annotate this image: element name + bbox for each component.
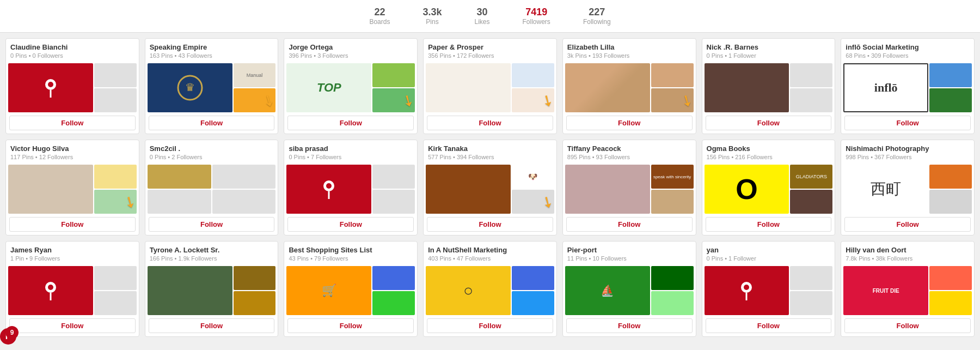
follow-button[interactable]: Follow [706,318,832,333]
follower-card: Nishimachi Photography 998 Pins • 367 Fo… [841,140,975,236]
card-header: Jorge Ortega 396 Pins • 3 Followers [284,39,417,63]
card-header: Tiffany Peacock 895 Pins • 93 Followers [563,140,696,165]
follower-card: Kirk Tanaka 577 Pins • 394 Followers 🐶 ➘… [423,140,557,236]
follower-card: Best Shopping Sites List 43 Pins • 79 Fo… [284,241,418,337]
followers-count: 7419 [525,7,547,18]
card-images [6,63,139,112]
svg-point-7 [326,183,332,189]
card-follow: Follow [424,315,556,336]
follow-button[interactable]: Follow [427,318,553,333]
stat-following[interactable]: 227 Following [583,7,611,26]
stat-boards[interactable]: 22 Boards [369,7,390,26]
follow-button[interactable]: Follow [9,116,136,130]
card-meta: 0 Pins • 1 Follower [707,255,831,262]
follow-button[interactable]: Follow [706,217,832,232]
card-images: ⛵ [563,266,696,315]
follower-card: In A NutShell Marketing 403 Pins • 47 Fo… [423,241,557,337]
card-header: Claudine Bianchi 0 Pins • 0 Followers [6,39,139,63]
card-name: Claudine Bianchi [10,43,134,51]
follower-card: Nick .R. Barnes 0 Pins • 1 Follower Foll… [702,38,836,134]
card-meta: 895 Pins • 93 Followers [567,154,691,160]
pinterest-icon[interactable]: P 9 [0,328,16,342]
follower-card: Hilly van den Oort 7.8k Pins • 38k Follo… [841,241,975,337]
boards-count: 22 [374,7,385,18]
stat-likes[interactable]: 30 Likes [475,7,490,26]
card-header: Hilly van den Oort 7.8k Pins • 38k Follo… [841,242,974,266]
card-name: inflō Social Marketing [846,43,970,51]
card-follow: Follow [6,315,139,336]
card-header: inflō Social Marketing 68 Pins • 309 Fol… [841,39,974,63]
pins-count: 3.3k [422,7,442,18]
follow-button[interactable]: Follow [427,116,553,130]
follow-button[interactable]: Follow [149,116,275,130]
follow-button[interactable]: Follow [844,318,971,333]
card-name: Tiffany Peacock [567,144,691,153]
follow-button[interactable]: Follow [9,217,136,232]
card-images: ➘ [6,165,139,214]
card-name: Speaking Empire [150,43,274,51]
card-name: Tyrone A. Lockett Sr. [150,246,274,254]
card-images [145,165,278,214]
follow-button[interactable]: Follow [149,318,275,333]
card-meta: 7.8k Pins • 38k Followers [846,255,970,262]
stat-pins[interactable]: 3.3k Pins [422,7,442,26]
follower-card: Ogma Books 156 Pins • 216 Followers O GL… [702,140,836,236]
following-label: Following [583,18,611,26]
svg-point-2 [48,82,53,87]
card-follow: Follow [563,112,696,134]
card-header: Nick .R. Barnes 0 Pins • 1 Follower [702,39,835,63]
follower-card: James Ryan 1 Pin • 9 Followers Follow [5,241,139,337]
card-follow: Follow [284,112,417,134]
follower-card: Claudine Bianchi 0 Pins • 0 Followers Fo… [5,38,139,134]
card-follow: Follow [284,315,417,336]
boards-label: Boards [369,18,390,26]
card-images [702,63,835,112]
follow-button[interactable]: Follow [706,116,832,130]
card-meta: 998 Pins • 367 Followers [846,154,970,160]
stat-followers[interactable]: 7419 Followers [523,7,550,26]
card-meta: 1 Pin • 9 Followers [10,255,134,262]
card-follow: Follow [6,214,139,235]
followers-grid: Claudine Bianchi 0 Pins • 0 Followers Fo… [0,33,980,342]
follow-button[interactable]: Follow [287,318,414,333]
card-images: 🛒 [284,266,417,315]
card-meta: 403 Pins • 47 Followers [428,255,552,262]
card-name: Hilly van den Oort [846,246,970,254]
svg-point-13 [744,285,749,290]
follow-button[interactable]: Follow [427,217,553,232]
card-name: siba prasad [289,144,413,153]
card-header: Kirk Tanaka 577 Pins • 394 Followers [424,140,556,165]
follow-button[interactable]: Follow [844,116,971,130]
follow-button[interactable]: Follow [287,217,414,232]
card-follow: Follow [702,315,835,336]
follow-button[interactable]: Follow [287,116,414,130]
card-meta: 117 Pins • 12 Followers [10,154,134,160]
card-follow: Follow [424,112,556,134]
card-meta: 577 Pins • 394 Followers [428,154,552,160]
card-follow: Follow [702,214,835,235]
card-name: Pier-port [567,246,691,254]
card-follow: Follow [145,112,278,134]
card-header: Tyrone A. Lockett Sr. 166 Pins • 1.9k Fo… [145,242,278,266]
follower-card: Smc2cil . 0 Pins • 2 Followers Follow [145,140,279,236]
card-images: FRUIT DIE [841,266,974,315]
card-name: Ogma Books [707,144,831,153]
card-images: inflō [841,63,974,112]
follow-button[interactable]: Follow [149,217,275,232]
card-follow: Follow [841,214,974,235]
card-images: ➘ [424,63,556,112]
card-meta: 0 Pins • 2 Followers [150,154,274,160]
card-follow: Follow [702,112,835,134]
follow-button[interactable]: Follow [566,116,693,130]
card-images: speak with sincerity [563,165,696,214]
card-name: Kirk Tanaka [428,144,552,153]
likes-label: Likes [475,18,490,26]
follow-button[interactable]: Follow [844,217,971,232]
svg-text:♛: ♛ [185,81,195,93]
follower-card: siba prasad 0 Pins • 7 Followers Follow [284,140,418,236]
follow-button[interactable]: Follow [566,318,693,333]
follow-button[interactable]: Follow [9,318,136,333]
follow-button[interactable]: Follow [566,217,693,232]
card-follow: Follow [841,315,974,336]
followers-label: Followers [523,18,550,26]
